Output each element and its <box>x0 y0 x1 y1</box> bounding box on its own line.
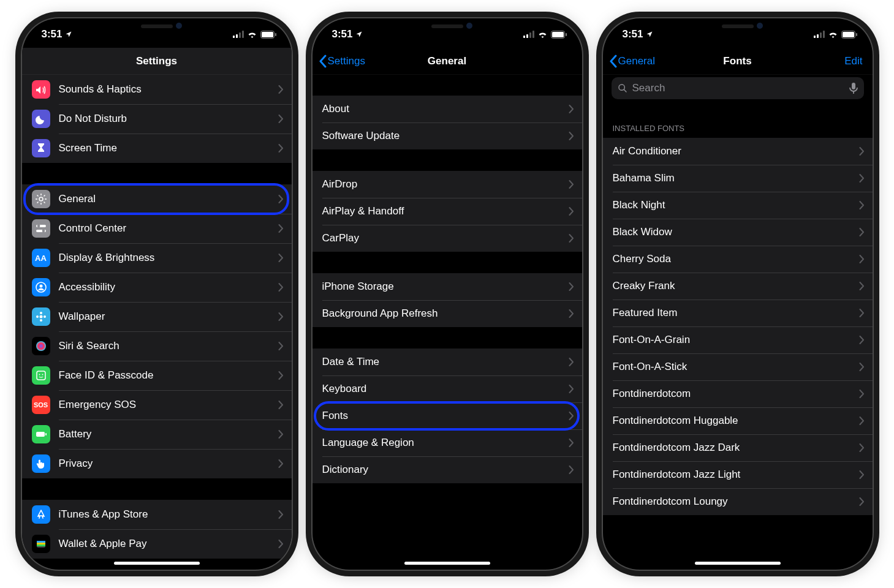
chevron-right-icon <box>278 254 283 262</box>
chevron-right-icon <box>278 144 283 153</box>
row-label: Date & Time <box>322 356 564 368</box>
chevron-right-icon <box>278 371 283 380</box>
chevron-right-icon <box>278 283 283 292</box>
settings-row[interactable]: Featured Item <box>603 300 873 326</box>
row-label: Black Night <box>613 199 854 211</box>
group-header: INSTALLED FONTS <box>603 124 873 138</box>
settings-row[interactable]: Accessibility <box>22 273 292 302</box>
settings-row[interactable]: AirPlay & Handoff <box>313 198 582 225</box>
settings-row[interactable]: AA Display & Brightness <box>22 243 292 273</box>
settings-row[interactable]: iPhone Storage <box>313 273 582 300</box>
mic-icon[interactable] <box>849 83 858 94</box>
settings-row[interactable]: Air Conditioner <box>603 138 873 165</box>
settings-row[interactable]: Language & Region <box>313 429 582 456</box>
chevron-right-icon <box>859 255 864 263</box>
settings-row[interactable]: AirDrop <box>313 171 582 198</box>
row-label: AirDrop <box>322 178 564 190</box>
row-label: Creaky Frank <box>613 280 854 292</box>
settings-row[interactable]: Privacy <box>22 449 292 478</box>
settings-row[interactable]: SOS Emergency SOS <box>22 390 292 420</box>
settings-row[interactable]: Fontdinerdotcom Jazz Dark <box>603 434 873 461</box>
battery-icon <box>841 31 858 39</box>
home-indicator[interactable] <box>114 562 200 565</box>
svg-point-7 <box>39 197 43 201</box>
phone-general: 3:51 Settings General About Software Upd… <box>313 18 582 570</box>
home-indicator[interactable] <box>404 562 490 565</box>
settings-row[interactable]: Battery <box>22 420 292 449</box>
chevron-right-icon <box>569 466 574 474</box>
gear-icon <box>32 190 50 208</box>
bottom-partial-row <box>313 550 582 568</box>
settings-row[interactable]: Background App Refresh <box>313 300 582 327</box>
chevron-right-icon <box>569 385 574 393</box>
chevron-right-icon <box>859 147 864 156</box>
flower-icon <box>32 307 50 326</box>
settings-row[interactable]: Sounds & Haptics <box>22 75 292 104</box>
svg-point-19 <box>36 341 46 351</box>
settings-row[interactable]: About <box>313 96 582 123</box>
svg-rect-29 <box>523 36 525 38</box>
row-label: Screen Time <box>59 142 273 154</box>
settings-row[interactable]: Black Widow <box>603 219 873 246</box>
settings-row[interactable]: Font-On-A-Grain <box>603 326 873 353</box>
row-label: Keyboard <box>322 383 564 395</box>
chevron-right-icon <box>859 470 864 479</box>
home-indicator[interactable] <box>695 562 781 565</box>
hourglass-icon <box>32 139 50 157</box>
row-label: Dictionary <box>322 464 564 476</box>
settings-row[interactable]: Wallpaper <box>22 302 292 331</box>
settings-row[interactable]: General <box>22 184 292 214</box>
settings-group-1: Sounds & Haptics Do Not Disturb Screen T… <box>22 75 292 163</box>
settings-row[interactable]: Fonts <box>313 402 582 429</box>
chevron-right-icon <box>859 443 864 452</box>
status-time: 3:51 <box>42 28 63 40</box>
siri-icon <box>32 337 50 355</box>
svg-rect-1 <box>236 34 238 38</box>
search-field[interactable] <box>612 77 864 99</box>
chevron-right-icon <box>859 497 864 506</box>
settings-row[interactable]: CarPlay <box>313 225 582 252</box>
appstore-icon <box>32 505 50 524</box>
chevron-right-icon <box>569 234 574 243</box>
speaker-icon <box>32 80 50 99</box>
settings-row[interactable]: Font-On-A-Stick <box>603 353 873 380</box>
settings-row[interactable]: Dictionary <box>313 456 582 483</box>
general-group-4: Date & Time Keyboard Fonts Language & Re… <box>313 349 582 483</box>
settings-row[interactable]: Bahama Slim <box>603 165 873 192</box>
svg-rect-2 <box>239 32 241 38</box>
row-label: Background App Refresh <box>322 307 564 320</box>
settings-row[interactable]: Black Night <box>603 192 873 219</box>
settings-row[interactable]: Fontdinerdotcom Jazz Light <box>603 461 873 488</box>
row-label: Fontdinerdotcom <box>613 388 854 400</box>
settings-row[interactable]: Face ID & Passcode <box>22 361 292 390</box>
settings-row[interactable]: Software Update <box>313 123 582 149</box>
status-indicators <box>814 31 858 39</box>
chevron-right-icon <box>278 115 283 123</box>
svg-line-44 <box>624 89 626 92</box>
settings-row[interactable]: Cherry Soda <box>603 246 873 273</box>
settings-row[interactable]: Fontdinerdotcom <box>603 380 873 407</box>
row-label: Language & Region <box>322 437 564 449</box>
settings-row[interactable]: Wallet & Apple Pay <box>22 529 292 559</box>
chevron-right-icon <box>859 228 864 236</box>
cellular-icon <box>523 31 534 38</box>
settings-row[interactable]: Date & Time <box>313 349 582 375</box>
settings-row[interactable]: Fontdinerdotcom Loungy <box>603 488 873 515</box>
content-fonts: INSTALLED FONTS Air Conditioner Bahama S… <box>603 18 873 570</box>
settings-row[interactable]: Siri & Search <box>22 331 292 361</box>
settings-row[interactable]: Screen Time <box>22 134 292 163</box>
battery-icon <box>32 425 50 443</box>
settings-row[interactable]: Control Center <box>22 214 292 243</box>
settings-row[interactable]: Do Not Disturb <box>22 104 292 134</box>
settings-row[interactable]: iTunes & App Store <box>22 500 292 529</box>
row-label: Display & Brightness <box>59 252 273 264</box>
row-label: Siri & Search <box>59 340 273 352</box>
search-input[interactable] <box>631 81 846 95</box>
chevron-right-icon <box>569 207 574 216</box>
settings-row[interactable]: Creaky Frank <box>603 273 873 300</box>
svg-point-21 <box>39 374 40 375</box>
battery-icon <box>260 31 277 39</box>
settings-row[interactable]: Keyboard <box>313 375 582 402</box>
settings-row[interactable]: Fontdinerdotcom Huggable <box>603 407 873 434</box>
svg-rect-28 <box>37 545 45 546</box>
